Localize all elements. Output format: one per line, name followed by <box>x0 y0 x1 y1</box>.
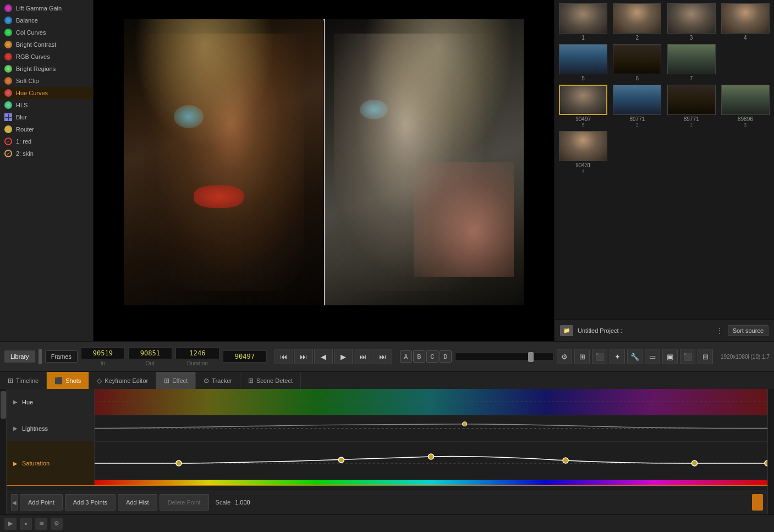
left-sidebar: Lift Gamma Gain Balance Col Curves <box>0 0 94 341</box>
waveform-mini-icon[interactable]: ≋ <box>35 518 47 530</box>
curve-scroll-thumb[interactable] <box>1 391 6 419</box>
duration-input[interactable] <box>175 347 219 359</box>
lut-icon[interactable]: ⬛ <box>680 349 695 364</box>
hue-row-label: ▶ Hue <box>7 389 95 415</box>
in-timecode-input[interactable] <box>81 347 125 359</box>
delete-point-button[interactable]: Delete Point <box>160 494 209 511</box>
thumb-90497-sub: 5 <box>575 122 591 128</box>
layout-icon[interactable]: ▭ <box>645 349 660 364</box>
sidebar-item-hls[interactable]: HLS <box>0 99 93 111</box>
tab-keyframe-editor[interactable]: ◇ Keyframe Editor <box>89 372 156 389</box>
saturation-expand-button[interactable]: ▶ <box>11 459 20 468</box>
library-tab-button[interactable]: Library <box>4 350 35 363</box>
sidebar-item-router[interactable]: Router <box>0 123 93 135</box>
shots-tab-label: Shots <box>65 377 81 384</box>
curve-scroll-track[interactable] <box>0 389 7 514</box>
tab-scene-detect[interactable]: ⊞ Scene Detect <box>240 372 301 389</box>
timeline-scrubber[interactable] <box>455 353 553 360</box>
scene-detect-tab-icon: ⊞ <box>248 377 254 385</box>
project-menu-button[interactable]: ⋮ <box>716 326 723 335</box>
svg-point-7 <box>338 457 344 463</box>
thumb-6[interactable]: 6 <box>611 43 663 83</box>
thumb-5[interactable]: 5 <box>557 43 610 83</box>
thumb-2[interactable]: 2 <box>611 2 663 42</box>
tab-timeline[interactable]: ⊞ Timeline <box>0 372 47 389</box>
sidebar-item-2-skin[interactable]: ✓ 2: skin <box>0 147 93 160</box>
thumb-89771b[interactable]: 89771 1 <box>665 84 718 129</box>
out-timecode-input[interactable] <box>128 347 172 359</box>
sidebar-item-balance[interactable]: Balance <box>0 14 93 26</box>
svg-point-3 <box>463 422 467 426</box>
col-curves-icon <box>3 28 13 37</box>
thumb-3[interactable]: 3 <box>665 2 718 42</box>
sidebar-item-bright-contrast[interactable]: Bright Contrast <box>0 39 93 51</box>
sidebar-item-blur[interactable]: Blur <box>0 111 93 123</box>
svg-point-9 <box>563 458 568 463</box>
sidebar-item-lift-gamma-gain[interactable]: Lift Gamma Gain <box>0 2 93 14</box>
viewer-icon[interactable]: ▣ <box>662 349 678 364</box>
b-button[interactable]: B <box>413 350 425 363</box>
thumb-90431[interactable]: 90431 4 <box>557 130 610 175</box>
star-icon[interactable]: ✦ <box>610 349 625 364</box>
tool-icons-group: ⚙ ⊞ ⬛ ✦ 🔧 ▭ ▣ ⬛ ⊟ <box>557 349 713 364</box>
frames-tab-button[interactable]: Frames <box>45 350 78 363</box>
tab-effect[interactable]: ⊞ Effect <box>156 372 196 389</box>
resolution-display: 1920x1080i (10) 1.7 <box>721 354 770 360</box>
wrench-icon[interactable]: 🔧 <box>627 349 643 364</box>
bottom-mini-bar: ▶ ● ≋ ⚙ <box>0 514 774 532</box>
sidebar-item-hue-curves[interactable]: Hue Curves <box>0 87 93 99</box>
thumb-90497[interactable]: 90497 5 <box>557 84 610 129</box>
sidebar-item-col-curves[interactable]: Col Curves <box>0 26 93 39</box>
saturation-curve-canvas[interactable] <box>95 441 767 485</box>
hue-curve-canvas[interactable] <box>95 389 767 415</box>
timeline-handle[interactable] <box>528 352 534 362</box>
settings-mini-icon[interactable]: ⚙ <box>51 518 63 530</box>
add-hist-button[interactable]: Add Hist <box>118 494 157 511</box>
thumb-89771b-number: 89771 <box>684 116 699 122</box>
sort-source-button[interactable]: Sort source <box>728 325 768 336</box>
a-button[interactable]: A <box>400 350 412 363</box>
lightness-curve-canvas[interactable] <box>95 415 767 441</box>
d-button[interactable]: D <box>440 350 452 363</box>
sidebar-item-soft-clip[interactable]: Soft Clip <box>0 75 93 87</box>
prev-frame-button[interactable]: ⏭ <box>294 349 313 364</box>
right-scroll-track[interactable] <box>767 389 774 514</box>
saturation-label: Saturation <box>22 460 50 467</box>
thumb-89771a-sub: 2 <box>629 122 645 128</box>
thumb-1-number: 1 <box>581 35 585 41</box>
thumb-4[interactable]: 4 <box>719 2 772 42</box>
add-3-points-button[interactable]: Add 3 Points <box>65 494 116 511</box>
play-reverse-button[interactable]: ◀ <box>314 349 333 364</box>
project-name: Untitled Project : <box>578 327 711 334</box>
skip-to-start-button[interactable]: ⏮ <box>275 349 293 364</box>
hue-expand-button[interactable]: ▶ <box>11 398 20 407</box>
thumb-1[interactable]: 1 <box>557 2 610 42</box>
thumb-89771b-sub: 1 <box>684 122 699 128</box>
play-forward-button[interactable]: ▶ <box>334 349 353 364</box>
tab-tracker[interactable]: ⊙ Tracker <box>196 372 240 389</box>
record-mini-icon[interactable]: ● <box>20 518 32 530</box>
lightness-expand-button[interactable]: ▶ <box>11 424 20 433</box>
c-button[interactable]: C <box>426 350 438 363</box>
thumb-89771a[interactable]: 89771 2 <box>611 84 663 129</box>
play-mini-icon[interactable]: ▶ <box>4 518 17 530</box>
sidebar-item-rgb-curves[interactable]: RGB Curves <box>0 51 93 63</box>
thumb-89896[interactable]: 89896 3 <box>719 84 772 129</box>
resize-handle[interactable] <box>39 349 42 364</box>
scroll-left-button[interactable]: ◀ <box>11 494 18 511</box>
grid-icon[interactable]: ⊟ <box>698 349 713 364</box>
next-frame-button[interactable]: ⏭ <box>354 349 372 364</box>
scope-icon[interactable]: ⊞ <box>574 349 590 364</box>
thumb-7[interactable]: 7 <box>665 43 718 83</box>
svg-point-6 <box>176 460 182 466</box>
current-frame-input[interactable] <box>223 350 267 363</box>
add-point-button[interactable]: Add Point <box>20 494 63 511</box>
timeline-tab-icon: ⊞ <box>8 377 13 385</box>
curve-toolbar: ◀ Add Point Add 3 Points Add Hist Delete… <box>7 490 767 514</box>
tab-shots[interactable]: ⬛ Shots <box>47 372 89 389</box>
sidebar-item-bright-regions[interactable]: Bright Regions <box>0 63 93 75</box>
skip-to-end-button[interactable]: ⏭ <box>374 349 392 364</box>
fx-icon[interactable]: ⚙ <box>557 349 572 364</box>
color-icon[interactable]: ⬛ <box>592 349 607 364</box>
sidebar-item-1-red[interactable]: ✓ 1: red <box>0 135 93 147</box>
